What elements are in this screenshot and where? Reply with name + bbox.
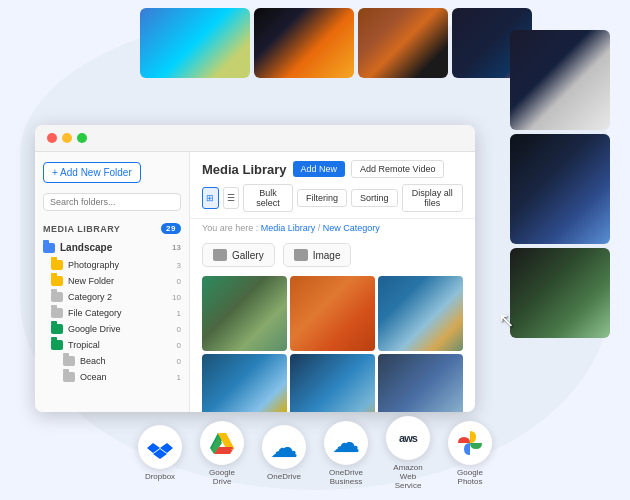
gallery-folder-card-icon bbox=[213, 249, 227, 261]
media-library-label: MEDIA LIBRARY 29 bbox=[35, 219, 189, 238]
google-drive-icon bbox=[51, 324, 63, 334]
mountain-photo bbox=[510, 248, 610, 338]
image-coastal[interactable] bbox=[202, 354, 287, 412]
google-drive-service-label: Google Drive bbox=[200, 468, 244, 486]
star-trails-photo bbox=[510, 30, 610, 130]
breadcrumb-current-link[interactable]: New Category bbox=[323, 223, 380, 233]
main-window: + Add New Folder MEDIA LIBRARY 29 Landsc… bbox=[35, 125, 475, 412]
dropbox-icon[interactable] bbox=[138, 425, 182, 469]
dropbox-label: Dropbox bbox=[145, 472, 175, 481]
maximize-dot[interactable] bbox=[77, 133, 87, 143]
landscape-count: 13 bbox=[172, 243, 181, 252]
google-photos-icon[interactable] bbox=[448, 421, 492, 465]
ocean-folder-icon bbox=[63, 372, 75, 382]
fire-spiral-photo bbox=[254, 8, 354, 78]
close-dot[interactable] bbox=[47, 133, 57, 143]
dropbox-service: Dropbox bbox=[138, 425, 182, 481]
image-mountains[interactable] bbox=[378, 276, 463, 351]
sidebar: + Add New Folder MEDIA LIBRARY 29 Landsc… bbox=[35, 152, 190, 412]
night-sky-photo bbox=[510, 134, 610, 244]
sorting-button[interactable]: Sorting bbox=[351, 189, 398, 207]
google-photos-label: Google Photos bbox=[448, 468, 492, 486]
top-photos-strip bbox=[140, 8, 532, 78]
image-folder-card-icon bbox=[294, 249, 308, 261]
image-aerial[interactable] bbox=[290, 354, 375, 412]
tropical-folder-icon bbox=[51, 340, 63, 350]
tropical-folder[interactable]: Tropical 0 bbox=[35, 337, 189, 353]
aerial-city-photo bbox=[140, 8, 250, 78]
onedrive-service: ☁ OneDrive bbox=[262, 425, 306, 481]
services-bar: Dropbox Google Drive ☁ OneDrive ☁ OneDri… bbox=[138, 416, 492, 490]
right-photos bbox=[510, 30, 610, 338]
aws-service: aws Amazon Web Service bbox=[386, 416, 430, 490]
minimize-dot[interactable] bbox=[62, 133, 72, 143]
image-extra[interactable] bbox=[378, 354, 463, 412]
add-new-button[interactable]: Add New bbox=[293, 161, 346, 177]
google-drive-folder[interactable]: Google Drive 0 bbox=[35, 321, 189, 337]
media-library-title: Media Library bbox=[202, 162, 287, 177]
content-header: Media Library Add New Add Remote Video ⊞… bbox=[190, 152, 475, 219]
grid-view-button[interactable]: ⊞ bbox=[202, 187, 219, 209]
aws-label: Amazon Web Service bbox=[386, 463, 430, 490]
photography-folder[interactable]: Photography 3 bbox=[35, 257, 189, 273]
category2-folder-icon bbox=[51, 292, 63, 302]
google-photos-service: Google Photos bbox=[448, 421, 492, 486]
image-bali[interactable] bbox=[202, 276, 287, 351]
aws-icon[interactable]: aws bbox=[386, 416, 430, 460]
landscape-folder-icon bbox=[43, 243, 55, 253]
window-body: + Add New Folder MEDIA LIBRARY 29 Landsc… bbox=[35, 152, 475, 412]
ocean-folder[interactable]: Ocean 1 bbox=[35, 369, 189, 385]
media-library-count-badge: 29 bbox=[161, 223, 181, 234]
gallery-folder-card[interactable]: Gallery bbox=[202, 243, 275, 267]
folder-cards-row: Gallery Image bbox=[190, 237, 475, 273]
landscape-folder-item[interactable]: Landscape 13 bbox=[35, 238, 189, 257]
onedrive-business-service: ☁ OneDrive Business bbox=[324, 421, 368, 486]
beach-folder[interactable]: Beach 0 bbox=[35, 353, 189, 369]
beach-folder-icon bbox=[63, 356, 75, 366]
onedrive-label: OneDrive bbox=[267, 472, 301, 481]
google-drive-service-icon[interactable] bbox=[200, 421, 244, 465]
mouse-cursor: ↖ bbox=[498, 308, 515, 332]
photography-folder-icon bbox=[51, 260, 63, 270]
bulk-select-button[interactable]: Bulk select bbox=[243, 184, 293, 212]
onedrive-business-icon[interactable]: ☁ bbox=[324, 421, 368, 465]
add-new-folder-button[interactable]: + Add New Folder bbox=[43, 162, 141, 183]
google-drive-service: Google Drive bbox=[200, 421, 244, 486]
temple-photo bbox=[358, 8, 448, 78]
display-all-button[interactable]: Display all files bbox=[402, 184, 463, 212]
image-grid bbox=[190, 273, 475, 412]
new-folder-icon bbox=[51, 276, 63, 286]
toolbar-row: ⊞ ☰ Bulk select Filtering Sorting Displa… bbox=[202, 184, 463, 212]
new-folder-item[interactable]: New Folder 0 bbox=[35, 273, 189, 289]
image-canyon[interactable] bbox=[290, 276, 375, 351]
header-top-row: Media Library Add New Add Remote Video bbox=[202, 160, 463, 178]
filtering-button[interactable]: Filtering bbox=[297, 189, 347, 207]
add-remote-video-button[interactable]: Add Remote Video bbox=[351, 160, 444, 178]
file-category-folder[interactable]: File Category 1 bbox=[35, 305, 189, 321]
category2-folder[interactable]: Category 2 10 bbox=[35, 289, 189, 305]
image-folder-card[interactable]: Image bbox=[283, 243, 352, 267]
onedrive-business-label: OneDrive Business bbox=[324, 468, 368, 486]
file-category-icon bbox=[51, 308, 63, 318]
onedrive-icon[interactable]: ☁ bbox=[262, 425, 306, 469]
main-content: Media Library Add New Add Remote Video ⊞… bbox=[190, 152, 475, 412]
window-titlebar bbox=[35, 125, 475, 152]
list-view-button[interactable]: ☰ bbox=[223, 187, 240, 209]
search-folders-input[interactable] bbox=[43, 193, 181, 211]
breadcrumb: You are here : Media Library / New Categ… bbox=[190, 219, 475, 237]
breadcrumb-library-link[interactable]: Media Library bbox=[261, 223, 316, 233]
